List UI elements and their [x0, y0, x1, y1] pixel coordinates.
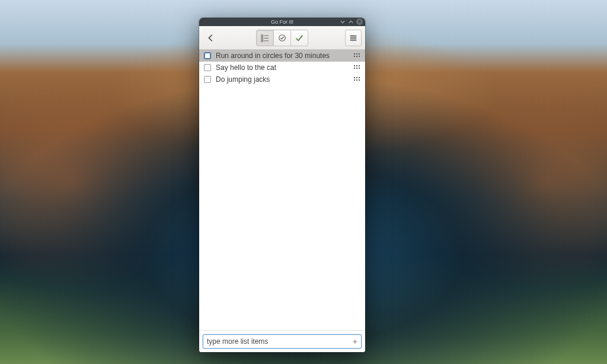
svg-rect-27 — [359, 79, 360, 81]
svg-rect-1 — [261, 37, 263, 39]
svg-rect-18 — [359, 65, 360, 66]
add-task-field[interactable]: + — [203, 334, 362, 349]
svg-rect-16 — [354, 65, 355, 66]
checkmark-icon — [295, 34, 304, 42]
svg-rect-17 — [356, 65, 357, 66]
svg-rect-2 — [261, 40, 263, 41]
svg-rect-24 — [359, 77, 360, 78]
svg-rect-23 — [356, 77, 357, 78]
drag-handle-icon[interactable] — [353, 53, 360, 59]
svg-rect-10 — [354, 53, 355, 55]
chevron-down-icon[interactable] — [340, 19, 346, 25]
task-label: Do jumping jacks — [216, 75, 353, 84]
task-row[interactable]: Do jumping jacks — [199, 74, 365, 85]
desktop-wallpaper: Go For It! ✕ — [0, 0, 607, 364]
clock-check-icon — [278, 34, 286, 42]
titlebar[interactable]: Go For It! ✕ — [199, 18, 365, 26]
chevron-left-icon — [207, 34, 215, 42]
drag-handle-icon[interactable] — [353, 76, 360, 82]
menu-button[interactable] — [345, 30, 362, 46]
view-switcher — [256, 30, 308, 46]
chevron-up-icon[interactable] — [348, 19, 354, 25]
task-label: Say hello to the cat — [216, 63, 353, 72]
task-row[interactable]: Run around in circles for 30 minutes — [199, 50, 365, 62]
svg-rect-15 — [359, 56, 360, 57]
view-todo-button[interactable] — [256, 30, 274, 46]
svg-rect-21 — [359, 68, 360, 69]
svg-rect-26 — [356, 79, 357, 81]
view-timer-button[interactable] — [273, 30, 291, 46]
hamburger-icon — [349, 34, 357, 42]
task-row[interactable]: Say hello to the cat — [199, 62, 365, 74]
task-checkbox[interactable] — [204, 64, 211, 71]
window-title: Go For It! — [271, 19, 293, 25]
app-window: Go For It! ✕ — [199, 18, 365, 352]
view-done-button[interactable] — [290, 30, 308, 46]
svg-rect-0 — [261, 34, 263, 36]
plus-icon[interactable]: + — [349, 337, 357, 346]
drag-handle-icon[interactable] — [353, 65, 360, 71]
task-checkbox[interactable] — [204, 52, 211, 59]
svg-rect-14 — [356, 56, 357, 57]
task-list[interactable]: Run around in circles for 30 minutes Say… — [199, 50, 365, 330]
svg-rect-25 — [354, 79, 355, 81]
window-controls: ✕ — [340, 18, 363, 25]
add-task-input[interactable] — [207, 337, 349, 346]
svg-rect-12 — [359, 53, 360, 55]
footer: + — [199, 330, 365, 352]
svg-rect-20 — [356, 68, 357, 69]
svg-rect-22 — [354, 77, 355, 78]
back-button[interactable] — [203, 30, 219, 46]
svg-rect-19 — [354, 68, 355, 69]
toolbar — [199, 26, 365, 50]
task-label: Run around in circles for 30 minutes — [216, 52, 353, 60]
svg-rect-13 — [354, 56, 355, 57]
svg-rect-11 — [356, 53, 357, 55]
list-icon — [261, 34, 269, 42]
task-checkbox[interactable] — [204, 76, 211, 83]
close-icon[interactable]: ✕ — [356, 18, 363, 25]
